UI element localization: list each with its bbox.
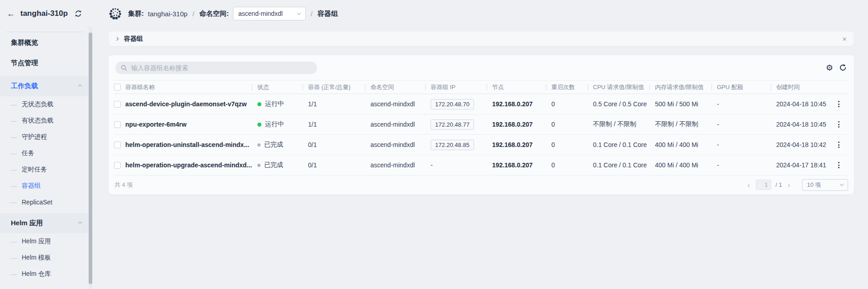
prev-page-icon[interactable]: ‹ xyxy=(747,181,751,189)
namespace-select[interactable]: ascend-mindxdl xyxy=(233,7,306,20)
column-settings-icon[interactable]: ⚙ xyxy=(826,64,833,72)
sidebar-item-replicaset[interactable]: —ReplicaSet xyxy=(0,194,89,210)
back-button[interactable]: ← xyxy=(7,9,15,18)
more-actions-icon[interactable] xyxy=(835,119,842,129)
col-header-status: 状态 xyxy=(252,83,303,91)
col-header-pod-ip: 容器组 IP xyxy=(425,83,487,91)
pod-memory: 500 Mi / 500 Mi xyxy=(650,100,711,108)
status-label: 运行中 xyxy=(265,120,284,128)
row-checkbox[interactable] xyxy=(114,162,121,169)
table-row: helm-operation-uninstall-ascend-mindx...… xyxy=(114,135,849,155)
sidebar-item-daemonset[interactable]: —守护进程 xyxy=(0,129,89,145)
sidebar-item-label: 任务 xyxy=(22,149,34,157)
row-checkbox[interactable] xyxy=(114,101,121,108)
col-header-created: 创建时间 xyxy=(771,83,829,91)
pod-cpu: 0.1 Core / 0.1 Core xyxy=(588,161,650,169)
pod-ip-value: 172.20.48.85 xyxy=(431,140,474,150)
sidebar-item-label: Helm 应用 xyxy=(11,219,43,227)
sub-item-dash: — xyxy=(11,134,17,141)
pod-name[interactable]: npu-exporter-6m4rw xyxy=(125,121,252,128)
sub-item-dash: — xyxy=(11,101,17,108)
sidebar-item-helm-apps[interactable]: —Helm 应用 xyxy=(0,233,89,250)
pods-card: ⚙ 容器组名称 状态 容器 (正常/总量) 命名空间 容器组 IP 节点 重启次… xyxy=(109,55,854,194)
pod-ip: 172.20.48.85 xyxy=(425,140,487,150)
breadcrumb-separator: / xyxy=(193,10,194,18)
sidebar-item-workloads[interactable]: 工作负载 xyxy=(0,76,89,96)
namespace-label: 命名空间: xyxy=(199,9,229,18)
chevron-up-icon xyxy=(78,221,82,225)
row-checkbox[interactable] xyxy=(114,121,121,128)
next-page-icon[interactable]: › xyxy=(787,181,791,189)
refresh-icon[interactable] xyxy=(839,64,847,71)
page-number-input[interactable] xyxy=(756,180,771,190)
page-total: / 1 xyxy=(776,181,782,188)
col-header-restarts: 重启次数 xyxy=(546,83,588,91)
pod-name[interactable]: helm-operation-upgrade-ascend-mindxd... xyxy=(125,161,252,169)
sidebar-item-jobs[interactable]: —任务 xyxy=(0,145,89,161)
cluster-title: tanghai-310p xyxy=(20,9,69,18)
table-row: helm-operation-upgrade-ascend-mindxd... … xyxy=(114,155,849,175)
pods-table: 容器组名称 状态 容器 (正常/总量) 命名空间 容器组 IP 节点 重启次数 … xyxy=(114,80,849,175)
page-size-select[interactable]: 10 项 xyxy=(802,179,848,191)
sidebar-item-stateless[interactable]: —无状态负载 xyxy=(0,96,89,113)
breadcrumb-separator: / xyxy=(311,10,313,18)
pod-memory: 400 Mi / 400 Mi xyxy=(650,141,711,148)
sub-item-dash: — xyxy=(11,166,17,173)
pod-ip: 172.20.48.77 xyxy=(425,119,487,130)
more-actions-icon[interactable] xyxy=(835,140,842,150)
sidebar-item-pods[interactable]: —容器组 xyxy=(0,178,89,194)
sidebar-item-helm-templates[interactable]: —Helm 模板 xyxy=(0,250,89,266)
table-footer: 共 4 项 ‹ / 1 › 10 项 xyxy=(109,175,854,194)
table-row: npu-exporter-6m4rw 运行中 1/1 ascend-mindxd… xyxy=(114,114,849,135)
pod-name[interactable]: ascend-device-plugin-daemonset-v7qzw xyxy=(125,100,252,108)
col-header-name: 容器组名称 xyxy=(125,83,252,91)
sidebar-item-label: 容器组 xyxy=(22,182,41,190)
breadcrumb-page: 容器组 xyxy=(318,9,338,18)
more-actions-icon[interactable] xyxy=(835,160,842,170)
pod-node: 192.168.0.207 xyxy=(487,161,546,169)
sidebar-item-cluster-overview[interactable]: 集群概览 xyxy=(0,33,89,53)
app-window: ← tanghai-310p 集群概览节点管理工作负载—无状态负载—有状态负载—… xyxy=(0,0,868,289)
pod-cpu: 0.1 Core / 0.1 Core xyxy=(588,141,650,148)
sidebar-item-cronjobs[interactable]: —定时任务 xyxy=(0,161,89,178)
pod-name[interactable]: helm-operation-uninstall-ascend-mindx... xyxy=(125,141,252,148)
pod-memory: 不限制 / 不限制 xyxy=(650,120,711,128)
sub-item-dash: — xyxy=(11,238,17,245)
pod-ip: - xyxy=(425,161,487,169)
sub-item-dash: — xyxy=(11,199,17,206)
panel-title: 容器组 xyxy=(124,35,143,43)
total-count: 共 4 项 xyxy=(114,181,133,189)
select-all-checkbox[interactable] xyxy=(114,84,121,90)
sidebar-item-label: 定时任务 xyxy=(22,166,47,174)
pod-gpu: - xyxy=(711,100,771,108)
sidebar-item-node-management[interactable]: 节点管理 xyxy=(0,53,89,73)
sidebar-scrollbar-thumb[interactable] xyxy=(89,33,92,284)
panel-collapse-icon[interactable] xyxy=(115,37,119,41)
pod-node: 192.168.0.207 xyxy=(487,121,546,128)
status-icon xyxy=(257,123,261,127)
pod-status: 已完成 xyxy=(252,161,303,169)
status-label: 运行中 xyxy=(265,100,284,108)
pod-gpu: - xyxy=(711,121,771,128)
switch-cluster-icon[interactable] xyxy=(74,9,82,18)
pod-namespace: ascend-mindxdl xyxy=(365,141,425,148)
sidebar-item-stateful[interactable]: —有状态负载 xyxy=(0,113,89,129)
breadcrumb: 集群: tanghai-310p / 命名空间: ascend-mindxdl … xyxy=(109,0,338,27)
row-checkbox[interactable] xyxy=(114,142,121,148)
pod-restarts: 0 xyxy=(546,141,588,148)
pod-gpu: - xyxy=(711,161,771,169)
pod-ip-value: 172.20.48.70 xyxy=(431,99,474,109)
sidebar-item-helm-repos[interactable]: —Helm 仓库 xyxy=(0,266,89,282)
sidebar-header: ← tanghai-310p xyxy=(0,0,89,27)
search-input[interactable] xyxy=(131,64,312,71)
more-actions-icon[interactable] xyxy=(835,99,842,109)
panel-close-icon[interactable]: × xyxy=(842,35,847,43)
col-header-containers: 容器 (正常/总量) xyxy=(303,83,365,91)
sidebar-item-label: 有状态负载 xyxy=(22,117,53,125)
status-label: 已完成 xyxy=(264,141,283,149)
pod-created: 2024-04-18 10:45 xyxy=(771,121,829,128)
sidebar-item-helm-section[interactable]: Helm 应用 xyxy=(0,213,89,233)
col-header-memory: 内存请求值/限制值 xyxy=(650,83,711,91)
pod-namespace: ascend-mindxdl xyxy=(365,100,425,108)
pod-status: 运行中 xyxy=(252,100,303,108)
